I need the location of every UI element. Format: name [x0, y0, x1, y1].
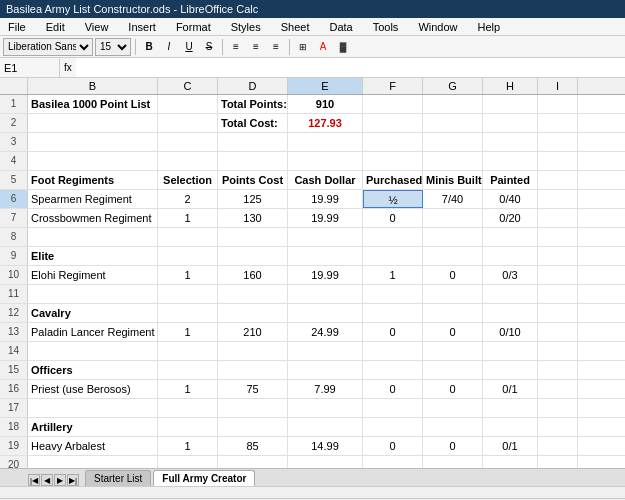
cell-g11[interactable]: [423, 285, 483, 303]
cell-f12[interactable]: [363, 304, 423, 322]
cell-h7[interactable]: 0/20: [483, 209, 538, 227]
cell-e12[interactable]: [288, 304, 363, 322]
cell-g15[interactable]: [423, 361, 483, 379]
cell-b4[interactable]: [28, 152, 158, 170]
cell-e2[interactable]: 127.93: [288, 114, 363, 132]
cell-h20[interactable]: [483, 456, 538, 468]
cell-h14[interactable]: [483, 342, 538, 360]
cell-d13[interactable]: 210: [218, 323, 288, 341]
cell-c18[interactable]: [158, 418, 218, 436]
cell-i1[interactable]: [538, 95, 578, 113]
cell-f13[interactable]: 0: [363, 323, 423, 341]
cell-h6[interactable]: 0/40: [483, 190, 538, 208]
cell-c8[interactable]: [158, 228, 218, 246]
italic-button[interactable]: I: [160, 38, 178, 56]
cell-e6[interactable]: 19.99: [288, 190, 363, 208]
strikethrough-button[interactable]: S: [200, 38, 218, 56]
align-center-button[interactable]: ≡: [247, 38, 265, 56]
cell-i10[interactable]: [538, 266, 578, 284]
cell-i12[interactable]: [538, 304, 578, 322]
cell-g16[interactable]: 0: [423, 380, 483, 398]
menu-item-window[interactable]: Window: [414, 20, 461, 34]
cell-c10[interactable]: 1: [158, 266, 218, 284]
cell-b16[interactable]: Priest (use Berosos): [28, 380, 158, 398]
cell-h13[interactable]: 0/10: [483, 323, 538, 341]
cell-b9[interactable]: Elite: [28, 247, 158, 265]
cell-b15[interactable]: Officers: [28, 361, 158, 379]
menu-item-view[interactable]: View: [81, 20, 113, 34]
cell-i5[interactable]: [538, 171, 578, 189]
menu-item-format[interactable]: Format: [172, 20, 215, 34]
cell-i3[interactable]: [538, 133, 578, 151]
cell-c11[interactable]: [158, 285, 218, 303]
cell-f6[interactable]: ½: [363, 190, 423, 208]
cell-g9[interactable]: [423, 247, 483, 265]
cell-c4[interactable]: [158, 152, 218, 170]
cell-e15[interactable]: [288, 361, 363, 379]
cell-h3[interactable]: [483, 133, 538, 151]
cell-c19[interactable]: 1: [158, 437, 218, 455]
cell-b3[interactable]: [28, 133, 158, 151]
col-header-b[interactable]: B: [28, 78, 158, 94]
cell-e19[interactable]: 14.99: [288, 437, 363, 455]
cell-e17[interactable]: [288, 399, 363, 417]
col-header-d[interactable]: D: [218, 78, 288, 94]
cell-h16[interactable]: 0/1: [483, 380, 538, 398]
menu-item-file[interactable]: File: [4, 20, 30, 34]
cell-reference-input[interactable]: [0, 58, 60, 77]
cell-f20[interactable]: [363, 456, 423, 468]
cell-h5[interactable]: Painted: [483, 171, 538, 189]
cell-e18[interactable]: [288, 418, 363, 436]
align-left-button[interactable]: ≡: [227, 38, 245, 56]
cell-h2[interactable]: [483, 114, 538, 132]
cell-e20[interactable]: [288, 456, 363, 468]
col-header-f[interactable]: F: [363, 78, 423, 94]
cell-f5[interactable]: Purchased: [363, 171, 423, 189]
cell-d18[interactable]: [218, 418, 288, 436]
cell-g12[interactable]: [423, 304, 483, 322]
menu-item-help[interactable]: Help: [474, 20, 505, 34]
cell-f18[interactable]: [363, 418, 423, 436]
cell-h12[interactable]: [483, 304, 538, 322]
cell-e16[interactable]: 7.99: [288, 380, 363, 398]
cell-f3[interactable]: [363, 133, 423, 151]
cell-e3[interactable]: [288, 133, 363, 151]
cell-c16[interactable]: 1: [158, 380, 218, 398]
menu-item-styles[interactable]: Styles: [227, 20, 265, 34]
col-header-g[interactable]: G: [423, 78, 483, 94]
cell-d16[interactable]: 75: [218, 380, 288, 398]
cell-g4[interactable]: [423, 152, 483, 170]
cell-g17[interactable]: [423, 399, 483, 417]
bold-button[interactable]: B: [140, 38, 158, 56]
cell-f15[interactable]: [363, 361, 423, 379]
cell-h4[interactable]: [483, 152, 538, 170]
cell-f16[interactable]: 0: [363, 380, 423, 398]
col-header-e[interactable]: E: [288, 78, 363, 94]
cell-d15[interactable]: [218, 361, 288, 379]
cell-d3[interactable]: [218, 133, 288, 151]
cell-c12[interactable]: [158, 304, 218, 322]
cell-d9[interactable]: [218, 247, 288, 265]
cell-d11[interactable]: [218, 285, 288, 303]
cell-f4[interactable]: [363, 152, 423, 170]
cell-c20[interactable]: [158, 456, 218, 468]
menu-item-insert[interactable]: Insert: [124, 20, 160, 34]
cell-i14[interactable]: [538, 342, 578, 360]
cell-g1[interactable]: [423, 95, 483, 113]
cell-g20[interactable]: [423, 456, 483, 468]
cell-d20[interactable]: [218, 456, 288, 468]
cell-c2[interactable]: [158, 114, 218, 132]
cell-g8[interactable]: [423, 228, 483, 246]
cell-i17[interactable]: [538, 399, 578, 417]
cell-f2[interactable]: [363, 114, 423, 132]
tab-next-button[interactable]: ▶: [54, 474, 66, 486]
cell-d14[interactable]: [218, 342, 288, 360]
cell-h19[interactable]: 0/1: [483, 437, 538, 455]
font-size-select[interactable]: 15 pt: [95, 38, 131, 56]
cell-b17[interactable]: [28, 399, 158, 417]
cell-h1[interactable]: [483, 95, 538, 113]
menu-item-edit[interactable]: Edit: [42, 20, 69, 34]
cell-c7[interactable]: 1: [158, 209, 218, 227]
cell-h18[interactable]: [483, 418, 538, 436]
cell-g2[interactable]: [423, 114, 483, 132]
